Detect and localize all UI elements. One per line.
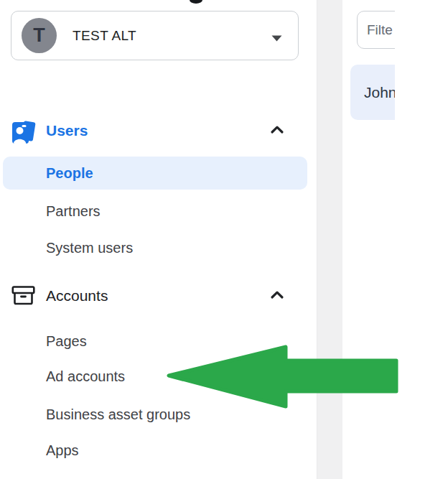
sidebar-item-label: People — [46, 165, 93, 182]
sidebar-section-users[interactable]: Users — [0, 117, 310, 144]
sidebar-item-apps[interactable]: Apps — [0, 434, 310, 467]
person-name: John — [364, 84, 395, 101]
chevron-up-icon[interactable] — [270, 124, 284, 137]
sidebar-item-system-users[interactable]: System users — [0, 231, 310, 264]
sidebar-item-people[interactable]: People — [3, 157, 307, 190]
sidebar-section-label: Accounts — [46, 287, 108, 304]
avatar: T — [22, 18, 57, 53]
sidebar-item-partners[interactable]: Partners — [0, 195, 310, 228]
chevron-up-icon[interactable] — [270, 289, 284, 302]
business-account-selector[interactable]: T TEST ALT — [11, 11, 299, 60]
sidebar-item-label: Partners — [46, 203, 101, 220]
sidebar-item-label: System users — [46, 240, 133, 256]
filter-input[interactable] — [357, 11, 395, 49]
sidebar-item-label: Apps — [46, 442, 79, 459]
avatar-initial: T — [33, 24, 45, 47]
sidebar-item-label: Ad accounts — [46, 368, 125, 385]
sidebar-section-label: Users — [46, 122, 88, 139]
users-badge-icon — [10, 117, 37, 149]
sidebar-item-label: Pages — [46, 333, 87, 350]
annotation-arrow-left-icon — [164, 343, 402, 411]
partial-header-glyph — [190, 0, 202, 4]
caret-down-icon — [271, 32, 283, 45]
sidebar-section-accounts[interactable]: Accounts — [0, 282, 310, 310]
storage-box-icon — [10, 284, 37, 312]
list-item-person[interactable]: John — [350, 65, 395, 120]
business-name: TEST ALT — [73, 11, 136, 60]
